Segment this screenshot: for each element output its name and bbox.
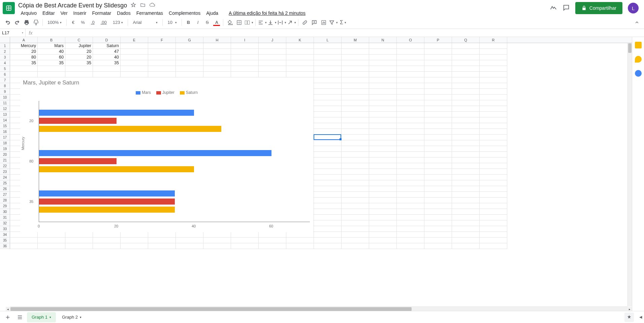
cell[interactable]: [480, 203, 507, 209]
cell[interactable]: [452, 83, 480, 89]
row-header[interactable]: 11: [0, 100, 10, 106]
cell[interactable]: 20: [65, 49, 93, 55]
cell[interactable]: [424, 112, 452, 117]
cell[interactable]: [369, 77, 397, 83]
cell[interactable]: [38, 232, 65, 238]
column-header[interactable]: H: [203, 37, 231, 43]
cell[interactable]: [452, 157, 480, 163]
cell[interactable]: [342, 60, 369, 66]
cell[interactable]: [452, 77, 480, 83]
cell[interactable]: [452, 243, 480, 249]
cell[interactable]: [452, 226, 480, 232]
cell[interactable]: [121, 72, 148, 77]
cell[interactable]: [480, 186, 507, 192]
cell[interactable]: [314, 129, 342, 135]
cell[interactable]: [424, 89, 452, 95]
row-header[interactable]: 9: [0, 89, 10, 95]
cell[interactable]: [314, 100, 342, 106]
row-header[interactable]: 15: [0, 123, 10, 129]
cell[interactable]: [424, 135, 452, 140]
cell[interactable]: 20: [65, 55, 93, 60]
cell[interactable]: [369, 152, 397, 157]
currency-button[interactable]: €: [69, 18, 77, 27]
row-header[interactable]: 13: [0, 112, 10, 117]
cell[interactable]: [452, 66, 480, 72]
cell[interactable]: [65, 72, 93, 77]
cell[interactable]: [176, 66, 203, 72]
cell[interactable]: [480, 49, 507, 55]
cell[interactable]: [148, 55, 176, 60]
cell[interactable]: [397, 72, 424, 77]
cell[interactable]: [480, 66, 507, 72]
cell[interactable]: [121, 243, 148, 249]
cell[interactable]: [176, 60, 203, 66]
column-header[interactable]: A: [10, 37, 38, 43]
cell[interactable]: [397, 169, 424, 175]
cell[interactable]: [369, 129, 397, 135]
column-header[interactable]: I: [231, 37, 259, 43]
document-title[interactable]: Cópia de Best Arcade Event by Slidesgo: [18, 2, 127, 9]
cell[interactable]: [369, 43, 397, 49]
cell[interactable]: [369, 198, 397, 203]
insert-comment-button[interactable]: [310, 18, 319, 27]
cell[interactable]: [314, 157, 342, 163]
cell[interactable]: [452, 163, 480, 169]
cell[interactable]: [231, 55, 259, 60]
cell[interactable]: [424, 100, 452, 106]
zoom-select[interactable]: 100%: [45, 18, 64, 27]
cell[interactable]: [342, 186, 369, 192]
cell[interactable]: [397, 43, 424, 49]
cell[interactable]: [176, 232, 203, 238]
cell[interactable]: [369, 169, 397, 175]
cell[interactable]: Saturn: [93, 43, 121, 49]
cell[interactable]: [397, 226, 424, 232]
cell[interactable]: [342, 180, 369, 186]
side-panel-toggle[interactable]: ◀: [639, 315, 642, 319]
cell[interactable]: [397, 152, 424, 157]
row-header[interactable]: 4: [0, 60, 10, 66]
cell[interactable]: [369, 243, 397, 249]
cell[interactable]: [93, 232, 121, 238]
row-header[interactable]: 21: [0, 157, 10, 163]
row-header[interactable]: 31: [0, 215, 10, 220]
cell[interactable]: [452, 238, 480, 243]
cell[interactable]: [286, 60, 314, 66]
cell[interactable]: [93, 72, 121, 77]
cell[interactable]: [480, 77, 507, 83]
cell[interactable]: [342, 226, 369, 232]
calendar-addon-icon[interactable]: [635, 42, 642, 48]
cell[interactable]: [314, 232, 342, 238]
cell[interactable]: [480, 169, 507, 175]
hscroll-right-arrow[interactable]: ▸: [627, 307, 632, 311]
column-header[interactable]: L: [314, 37, 342, 43]
cell[interactable]: [314, 146, 342, 152]
cell[interactable]: [452, 192, 480, 198]
cell[interactable]: [176, 43, 203, 49]
cell[interactable]: [397, 123, 424, 129]
cell[interactable]: [452, 55, 480, 60]
cell[interactable]: [342, 83, 369, 89]
cloud-status-icon[interactable]: [149, 2, 155, 9]
cell[interactable]: [93, 238, 121, 243]
cell[interactable]: [121, 232, 148, 238]
cell[interactable]: [314, 43, 342, 49]
keep-addon-icon[interactable]: [635, 56, 642, 63]
horizontal-scrollbar[interactable]: ◂ ▸: [10, 307, 627, 311]
cell[interactable]: [231, 243, 259, 249]
cell[interactable]: [314, 123, 342, 129]
column-header[interactable]: F: [148, 37, 176, 43]
cell[interactable]: [342, 220, 369, 226]
cell[interactable]: [424, 186, 452, 192]
cell[interactable]: [342, 192, 369, 198]
cell[interactable]: [314, 238, 342, 243]
cell[interactable]: [452, 169, 480, 175]
row-header[interactable]: 35: [0, 238, 10, 243]
cell[interactable]: [452, 146, 480, 152]
cell[interactable]: [452, 95, 480, 100]
cell[interactable]: [397, 209, 424, 215]
row-header[interactable]: 18: [0, 140, 10, 146]
functions-button[interactable]: Σ: [339, 18, 347, 27]
cell[interactable]: [231, 232, 259, 238]
cell[interactable]: [424, 95, 452, 100]
column-header[interactable]: N: [369, 37, 397, 43]
